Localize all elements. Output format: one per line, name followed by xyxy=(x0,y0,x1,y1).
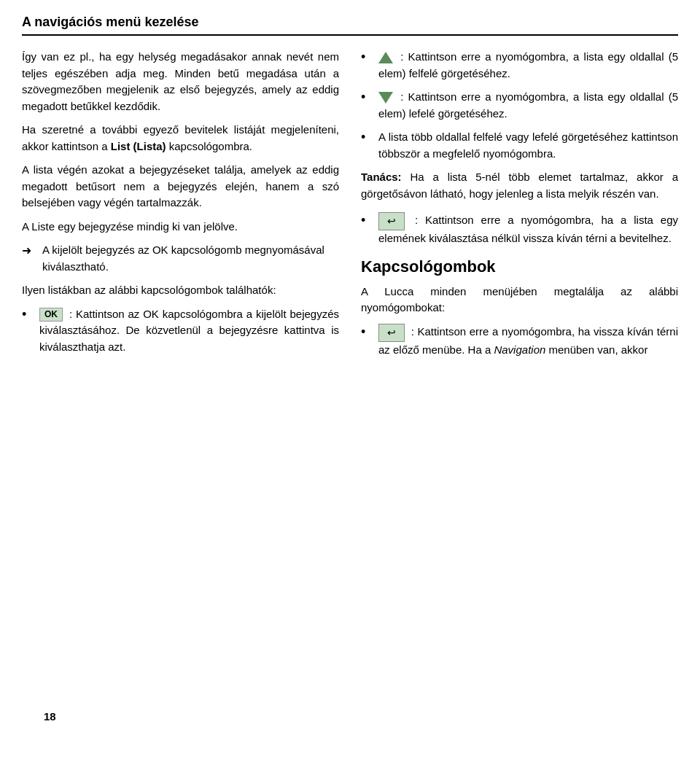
ok-badge: OK xyxy=(39,308,63,322)
bullet-back2-item: • ↩ : Kattintson erre a nyomógombra, ha … xyxy=(361,324,678,359)
page-number: 18 xyxy=(44,710,56,723)
bullet-back2-content: ↩ : Kattintson erre a nyomógombra, ha vi… xyxy=(378,324,678,359)
bullet-back-content: ↩ : Kattintson erre a nyomógombra, ha a … xyxy=(378,212,678,247)
back-icon: ↩ xyxy=(378,212,405,230)
title-divider xyxy=(22,34,678,36)
back2-arrow-symbol: ↩ xyxy=(387,325,396,340)
arrow-icon: ➜ xyxy=(22,242,38,260)
tanacs-body: Ha a lista 5-nél több elemet tartalmaz, … xyxy=(361,171,678,200)
two-column-layout: Így van ez pl., ha egy helység megadásak… xyxy=(22,49,678,365)
tanacs-para: Tanács: Ha a lista 5-nél több elemet tar… xyxy=(361,169,678,202)
right-bullet-list-top: • : Kattintson erre a nyomógombra, a lis… xyxy=(361,49,678,162)
bullet-ok-content: OK : Kattintson az OK kapcsológombra a k… xyxy=(39,306,339,356)
bullet-dot-up: • xyxy=(361,49,374,66)
left-para4: A Liste egy bejegyzése mindig ki van jel… xyxy=(22,219,339,236)
down-arrow-icon xyxy=(378,90,393,105)
left-column: Így van ez pl., ha egy helység megadásak… xyxy=(22,49,339,365)
left-para3: A lista végén azokat a bejegyzéseket tal… xyxy=(22,162,339,211)
back-arrow-symbol: ↩ xyxy=(387,214,396,229)
left-para5: Ilyen listákban az alábbi kapcsológombok… xyxy=(22,282,339,299)
bullet-ok-text: : Kattintson az OK kapcsológombra a kije… xyxy=(39,308,339,353)
bullet-dot: • xyxy=(22,306,35,323)
left-para2: Ha szeretné a további egyező bevitelek l… xyxy=(22,122,339,155)
bullet-up-text: : Kattintson erre a nyomógombra, a lista… xyxy=(378,50,678,79)
left-para1: Így van ez pl., ha egy helység megadásak… xyxy=(22,49,339,114)
bullet-down-item: • : Kattintson erre a nyomógombra, a lis… xyxy=(361,89,678,122)
bullet-dot-more: • xyxy=(361,129,374,146)
bullet-ok-item: • OK : Kattintson az OK kapcsológombra a… xyxy=(22,306,339,356)
bullet-down-text: : Kattintson erre a nyomógombra, a lista… xyxy=(378,90,678,120)
right-column: • : Kattintson erre a nyomógombra, a lis… xyxy=(361,49,678,365)
bullet-dot-down: • xyxy=(361,89,374,106)
tanacs-title: Tanács: xyxy=(361,171,402,183)
section-para: A Lucca minden menüjében megtalálja az a… xyxy=(361,284,678,316)
bullet-back-item: • ↩ : Kattintson erre a nyomógombra, ha … xyxy=(361,212,678,247)
up-arrow-icon xyxy=(378,50,393,65)
bullet-dot-back: • xyxy=(361,212,374,229)
tanacs-block: Tanács: Ha a lista 5-nél több elemet tar… xyxy=(361,169,678,202)
bullet-back-text: : Kattintson erre a nyomógombra, ha a li… xyxy=(378,214,678,244)
bullet-up-item: • : Kattintson erre a nyomógombra, a lis… xyxy=(361,49,678,82)
bullet-more-text: A lista több oldallal felfelé vagy lefel… xyxy=(378,129,678,162)
back2-icon: ↩ xyxy=(378,324,405,342)
bullet-up-content: : Kattintson erre a nyomógombra, a lista… xyxy=(378,49,678,82)
left-bullet-list: • OK : Kattintson az OK kapcsológombra a… xyxy=(22,306,339,356)
page-title: A navigációs menü kezelése xyxy=(22,15,678,30)
bullet-more-item: • A lista több oldallal felfelé vagy lef… xyxy=(361,129,678,162)
bullet-dot-back2: • xyxy=(361,324,374,340)
bullet-down-content: : Kattintson erre a nyomógombra, a lista… xyxy=(378,89,678,122)
arrow-item: ➜ A kijelölt bejegyzés az OK kapcsológom… xyxy=(22,242,339,275)
navigation-word: Navigation xyxy=(494,343,545,356)
list-label: List (Lista) xyxy=(111,140,166,152)
after-nav: menüben van, akkor xyxy=(549,343,648,356)
right-bullet-list-back: • ↩ : Kattintson erre a nyomógombra, ha … xyxy=(361,212,678,247)
right-bullet-list-section: • ↩ : Kattintson erre a nyomógombra, ha … xyxy=(361,324,678,359)
arrow-text: A kijelölt bejegyzés az OK kapcsológomb … xyxy=(42,242,339,275)
section-title: Kapcsológombok xyxy=(361,257,678,276)
